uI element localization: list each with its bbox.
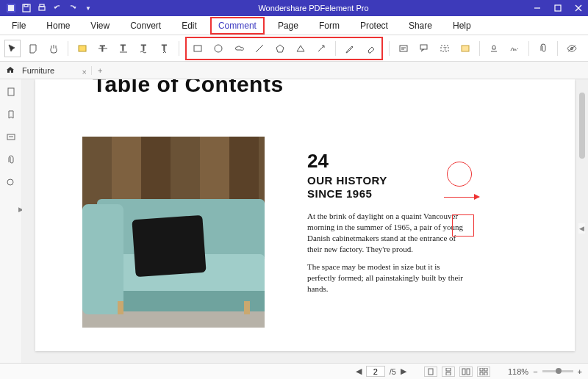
page-total-label: /5 [390, 367, 396, 376]
svg-point-18 [215, 45, 222, 52]
menu-comment[interactable]: Comment [210, 17, 265, 35]
menu-convert[interactable]: Convert [123, 18, 168, 34]
continuous-view-icon[interactable] [442, 367, 455, 377]
svg-rect-38 [446, 372, 451, 375]
comments-panel-icon[interactable] [6, 132, 16, 145]
arrow-shape-icon[interactable] [313, 40, 329, 57]
zoom-slider[interactable] [542, 370, 573, 372]
svg-line-22 [318, 46, 324, 51]
document-tab-bar: Furniture × + [0, 62, 588, 79]
save-icon[interactable] [21, 3, 32, 13]
thumbnails-panel-icon[interactable] [6, 87, 16, 99]
scrollbar-thumb[interactable] [579, 93, 585, 159]
toolbar-separator [528, 41, 529, 56]
cloud-shape-icon[interactable] [231, 40, 247, 57]
svg-rect-41 [480, 368, 483, 371]
content-image [82, 137, 265, 328]
svg-rect-37 [446, 368, 451, 371]
document-canvas[interactable]: Table of Contents 24 OUR HISTORY SINCE 1… [22, 79, 588, 363]
article-paragraph: The space may be modest in size but it i… [307, 261, 469, 295]
svg-marker-21 [297, 46, 304, 51]
maximize-button[interactable] [548, 0, 567, 16]
next-page-button[interactable]: ▶ [401, 367, 406, 376]
left-sidebar: ▶ [0, 79, 22, 363]
svg-rect-43 [480, 372, 483, 375]
menu-home[interactable]: Home [39, 18, 77, 34]
new-tab-button[interactable]: + [92, 66, 108, 75]
two-page-continuous-view-icon[interactable] [477, 367, 490, 377]
document-tab[interactable]: Furniture × [18, 66, 92, 75]
two-page-view-icon[interactable] [459, 367, 473, 377]
svg-rect-42 [484, 368, 487, 371]
zoom-in-button[interactable]: + [578, 367, 582, 376]
hand-tool-icon[interactable] [46, 40, 62, 57]
zoom-slider-knob[interactable] [556, 368, 562, 374]
svg-rect-3 [24, 4, 28, 7]
typewriter-tool-icon[interactable]: T [437, 40, 453, 57]
bookmarks-panel-icon[interactable] [6, 109, 16, 122]
svg-point-35 [7, 179, 13, 185]
redo-icon[interactable] [68, 3, 78, 13]
prev-page-button[interactable]: ◀ [356, 367, 362, 376]
highlight-tool-icon[interactable] [74, 40, 90, 57]
menu-file[interactable]: File [4, 18, 33, 34]
strikethrough-tool-icon[interactable]: T [95, 40, 111, 57]
rectangle-shape-icon[interactable] [190, 40, 206, 57]
close-button[interactable] [569, 0, 588, 16]
search-panel-icon[interactable] [6, 178, 16, 190]
menu-view[interactable]: View [83, 18, 117, 34]
stamp-tool-icon[interactable] [486, 40, 502, 57]
menu-share[interactable]: Share [401, 18, 440, 34]
zoom-out-button[interactable]: − [533, 367, 537, 376]
area-highlight-tool-icon[interactable] [457, 40, 473, 57]
svg-rect-7 [555, 5, 561, 11]
window-controls [528, 0, 588, 16]
home-tab-icon[interactable] [3, 65, 18, 76]
quick-access-toolbar: ▼ [0, 3, 99, 13]
caret-tool-icon[interactable]: T [157, 40, 173, 57]
menu-protect[interactable]: Protect [353, 18, 395, 34]
square-annotation[interactable] [452, 214, 474, 237]
eraser-tool-icon[interactable] [362, 40, 379, 57]
status-bar: ◀ /5 ▶ 118% − + [0, 363, 588, 379]
svg-rect-44 [484, 372, 487, 375]
single-page-view-icon[interactable] [424, 367, 437, 377]
polygon-shape-icon[interactable] [272, 40, 288, 57]
expand-right-panel-icon[interactable]: ◀ [578, 223, 585, 234]
line-shape-icon[interactable] [251, 40, 268, 57]
squiggly-tool-icon[interactable]: T [136, 40, 152, 57]
menu-edit[interactable]: Edit [174, 18, 204, 34]
undo-icon[interactable] [52, 3, 62, 13]
minimize-button[interactable] [528, 0, 547, 16]
article-number: 24 [307, 150, 469, 173]
underline-tool-icon[interactable]: T [115, 40, 132, 57]
textbox-tool-icon[interactable] [395, 40, 412, 57]
menu-page[interactable]: Page [270, 18, 306, 34]
zoom-level-label: 118% [508, 367, 528, 376]
svg-rect-23 [400, 46, 407, 51]
menu-help[interactable]: Help [445, 18, 478, 34]
triangle-shape-icon[interactable] [293, 40, 309, 57]
title-bar: ▼ Wondershare PDFelement Pro [0, 0, 588, 16]
menu-form[interactable]: Form [312, 18, 347, 34]
close-tab-icon[interactable]: × [82, 68, 87, 76]
hide-annotations-icon[interactable] [564, 40, 580, 57]
page-number-input[interactable] [366, 366, 385, 377]
article-column: 24 OUR HISTORY SINCE 1965 At the brink o… [307, 150, 469, 302]
note-tool-icon[interactable] [25, 40, 41, 57]
svg-text:T: T [121, 43, 126, 52]
callout-tool-icon[interactable] [416, 40, 432, 57]
circle-annotation[interactable] [447, 162, 472, 187]
signature-tool-icon[interactable] [506, 40, 523, 57]
arrow-annotation[interactable] [444, 197, 479, 198]
svg-text:T: T [162, 43, 167, 52]
toolbar-separator [335, 41, 336, 56]
pencil-tool-icon[interactable] [342, 40, 358, 57]
circle-shape-icon[interactable] [210, 40, 226, 57]
svg-line-19 [256, 45, 263, 52]
qat-dropdown-icon[interactable]: ▼ [83, 3, 93, 13]
attachment-tool-icon[interactable] [535, 40, 551, 57]
select-tool-icon[interactable] [4, 40, 21, 57]
print-icon[interactable] [37, 3, 47, 13]
attachments-panel-icon[interactable] [6, 155, 16, 167]
